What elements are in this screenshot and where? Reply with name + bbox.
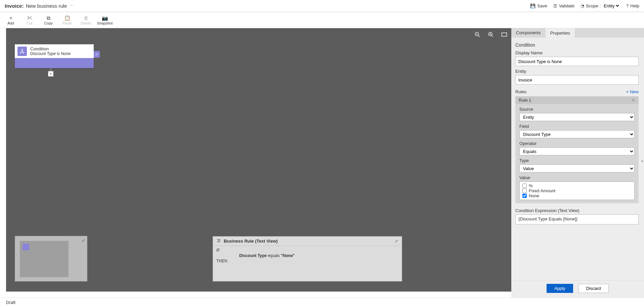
rule-title: Rule 1 [519, 98, 531, 103]
topbar-actions: 💾 Save ☰ Validate ◔ Scope : Entity ? Hel… [530, 3, 639, 9]
section-header: Condition [515, 42, 639, 48]
display-name-label: Display Name [515, 50, 639, 55]
cmd-label: Paste [58, 21, 77, 25]
value-opt-fixed[interactable]: Fixed Amount [522, 188, 632, 193]
panel-collapse-icon[interactable]: ▸ [642, 159, 643, 163]
checkbox-percent[interactable] [522, 184, 527, 188]
collapse-icon[interactable]: ✕ [48, 71, 53, 76]
tab-components[interactable]: Components [511, 28, 546, 38]
textview-icon [216, 238, 221, 244]
delete-button: 🗑Delete [77, 15, 95, 25]
fit-icon[interactable] [501, 32, 507, 38]
expand-icon[interactable]: ⤢ [82, 238, 85, 243]
properties-body: Condition Display Name Entity Rules + Ne… [511, 38, 644, 280]
cond-op: equals [268, 253, 280, 258]
checkbox-fixed[interactable] [522, 189, 527, 193]
validate-icon: ☰ [553, 3, 557, 8]
cmd-label: Delete [77, 21, 95, 25]
field-select[interactable]: Discount Type [519, 130, 635, 138]
snapshot-button[interactable]: 📷Snapshot [95, 15, 114, 25]
plus-icon: ＋ [1, 15, 20, 21]
cmd-label: Snapshot [95, 21, 114, 25]
help-button[interactable]: ? Help [626, 3, 639, 8]
cond-field: Discount Type [239, 253, 267, 258]
add-button[interactable]: ＋Add [1, 15, 20, 25]
design-canvas[interactable]: Condition Discount Type is None ✓ ✕ ⤢ Bu… [6, 28, 511, 292]
apply-button[interactable]: Apply [547, 284, 573, 293]
condition-line: Discount Type equals "None" [216, 253, 398, 258]
business-rule-text-view: Business Rule (Text View) ⤢ IF Discount … [213, 236, 402, 282]
node-title: Condition [30, 46, 71, 51]
check-icon[interactable]: ✓ [94, 51, 100, 58]
svg-point-10 [23, 52, 24, 53]
rule-name: New business rule [26, 3, 67, 9]
entity-label: Entity [515, 69, 639, 74]
panel-footer: Apply Discard [511, 280, 644, 298]
status-text: Draft [6, 300, 15, 305]
textview-title: Business Rule (Text View) [224, 239, 278, 244]
close-icon[interactable]: ✕ [632, 98, 635, 103]
node-subtitle: Discount Type is None [30, 51, 71, 56]
minimap[interactable]: ⤢ [15, 236, 87, 282]
textview-expand-icon[interactable]: ⤢ [395, 239, 398, 244]
expression-label: Condition Expression (Text View) [515, 208, 639, 213]
field-label: Field [515, 124, 639, 129]
help-icon: ? [626, 3, 629, 8]
entity-input[interactable] [515, 75, 639, 85]
rules-label: Rules [515, 89, 526, 94]
svg-rect-7 [502, 33, 507, 37]
trash-icon: 🗑 [77, 15, 95, 21]
scissors-icon: ✀ [20, 15, 39, 21]
save-label: Save [537, 3, 547, 8]
svg-point-8 [22, 49, 23, 50]
value-opt-percent[interactable]: % [522, 183, 632, 188]
value-label: Value [515, 175, 639, 180]
paste-button: 📋Paste [58, 15, 77, 25]
panel-tabs: Components Properties [511, 28, 644, 38]
title-area[interactable]: Invoice: New business rule ﹀ [5, 3, 73, 9]
svg-point-9 [20, 52, 22, 53]
zoom-in-icon[interactable] [488, 32, 494, 38]
then-keyword: THEN [216, 259, 398, 263]
copy-button[interactable]: ⧉Copy [39, 15, 58, 25]
save-icon: 💾 [530, 3, 535, 8]
cmd-label: Copy [39, 21, 58, 25]
scope-icon: ◔ [581, 3, 584, 8]
entity-prefix: Invoice: [5, 3, 24, 9]
expression-box: {Discount Type Equals [None]} [515, 214, 639, 224]
right-panel: Components Properties Condition Display … [511, 28, 644, 298]
paste-icon: 📋 [58, 15, 77, 21]
value-opt-none[interactable]: None [522, 193, 632, 198]
cond-value: "None" [281, 253, 295, 258]
cmd-label: Cut [20, 21, 39, 25]
scope-selector[interactable]: ◔ Scope : Entity [581, 3, 620, 9]
discard-button[interactable]: Discard [578, 284, 609, 293]
topbar: Invoice: New business rule ﹀ 💾 Save ☰ Va… [0, 0, 644, 12]
rule-card: Rule 1 ✕ Source Entity Field Discount Ty… [515, 96, 639, 203]
chevron-down-icon[interactable]: ﹀ [70, 3, 73, 8]
source-label: Source [515, 107, 639, 112]
validate-label: Validate [559, 3, 574, 8]
new-rule-button[interactable]: + New [626, 89, 639, 94]
condition-icon [17, 47, 27, 56]
copy-icon: ⧉ [39, 15, 58, 21]
canvas-controls [474, 32, 507, 38]
checkbox-none[interactable] [522, 194, 527, 198]
operator-select[interactable]: Equals [519, 147, 635, 155]
svg-line-4 [491, 35, 493, 37]
if-keyword: IF [216, 248, 398, 253]
minimap-node [23, 244, 29, 250]
value-options: % Fixed Amount None [519, 182, 635, 200]
display-name-input[interactable] [515, 57, 639, 66]
zoom-out-icon[interactable] [474, 32, 480, 38]
node-action-bar [15, 58, 94, 68]
status-bar: Draft [0, 298, 644, 307]
tab-properties[interactable]: Properties [546, 28, 575, 38]
type-select[interactable]: Value [519, 164, 635, 172]
scope-select[interactable]: Entity [602, 3, 620, 9]
source-select[interactable]: Entity [519, 113, 635, 121]
condition-node[interactable]: Condition Discount Type is None ✓ [15, 44, 94, 68]
camera-icon: 📷 [95, 15, 114, 21]
validate-button[interactable]: ☰ Validate [553, 3, 574, 8]
save-button[interactable]: 💾 Save [530, 3, 547, 8]
